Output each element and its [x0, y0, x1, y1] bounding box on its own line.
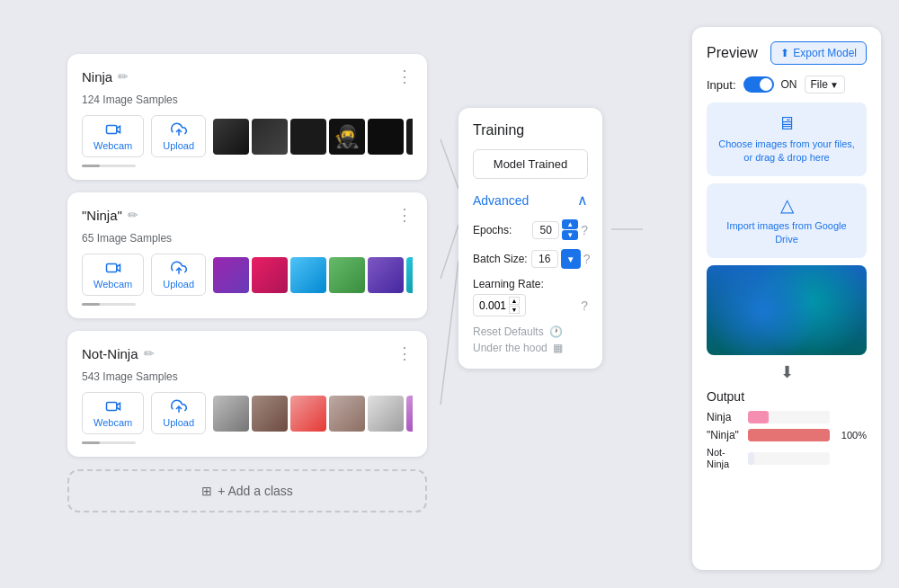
- svg-line-2: [441, 261, 458, 405]
- not-ninja-class-card: Not-Ninja ✏ ⋮ 543 Image Samples Webcam: [67, 331, 427, 457]
- ninja-thumb-1: [213, 119, 249, 155]
- ninja-header: Ninja ✏ ⋮: [82, 67, 413, 86]
- lr-decrement-btn[interactable]: ▼: [509, 306, 520, 314]
- lr-increment-btn[interactable]: ▲: [509, 297, 520, 305]
- learning-rate-section: Learning Rate: 0.001 ▲ ▼ ?: [473, 278, 588, 316]
- add-class-button[interactable]: ⊞ + Add a class: [67, 469, 427, 512]
- epochs-increment-btn[interactable]: ▲: [562, 219, 578, 229]
- svg-marker-8: [116, 264, 120, 272]
- output-title: Output: [707, 389, 867, 404]
- epochs-value[interactable]: 50: [532, 221, 559, 239]
- epochs-help-icon[interactable]: ?: [581, 223, 588, 237]
- svg-line-1: [441, 225, 458, 279]
- ninja-quoted-class-card: "Ninja" ✏ ⋮ 65 Image Samples Webcam U: [67, 192, 427, 318]
- ninja-webcam-btn[interactable]: Webcam: [82, 115, 144, 157]
- nq-thumb-3: [290, 257, 326, 293]
- download-icon: ⬇: [780, 363, 794, 381]
- ninja-quoted-more-icon[interactable]: ⋮: [396, 205, 413, 225]
- advanced-chevron-icon[interactable]: ∧: [577, 192, 588, 209]
- input-row: Input: ON File ▼: [707, 76, 867, 94]
- svg-line-0: [441, 139, 458, 189]
- ninja-title-text: Ninja: [82, 69, 112, 85]
- not-ninja-webcam-btn[interactable]: Webcam: [82, 392, 144, 434]
- ninja-quoted-upload-btn[interactable]: Upload: [151, 254, 206, 296]
- nn-thumb-2: [252, 396, 288, 432]
- svg-marker-5: [116, 126, 120, 133]
- learning-rate-value[interactable]: 0.001: [479, 299, 506, 312]
- drive-zone-icon: △: [717, 194, 856, 216]
- nn-thumb-5: [368, 396, 404, 432]
- under-hood-icon: ▦: [553, 342, 563, 354]
- lr-help-icon[interactable]: ?: [581, 298, 588, 313]
- download-icon-row: ⬇: [707, 362, 867, 382]
- ninja-quoted-webcam-btn[interactable]: Webcam: [82, 254, 144, 296]
- ninja-quoted-scroll-indicator: [82, 303, 136, 306]
- svg-rect-10: [106, 403, 116, 411]
- nn-thumb-6: [406, 396, 413, 432]
- file-dropdown-chevron: ▼: [830, 80, 839, 90]
- ninja-quoted-title-text: "Ninja": [82, 208, 122, 223]
- ninja-scroll-indicator: [82, 165, 136, 167]
- nn-thumb-3: [290, 396, 326, 432]
- output-ninja-bar: [748, 411, 769, 423]
- svg-rect-4: [106, 126, 116, 134]
- nq-thumb-1: [213, 257, 249, 293]
- ninja-quoted-header: "Ninja" ✏ ⋮: [82, 205, 413, 225]
- not-ninja-webcam-label: Webcam: [93, 417, 132, 428]
- not-ninja-title-text: Not-Ninja: [82, 346, 138, 361]
- model-trained-button[interactable]: Model Trained: [473, 149, 588, 179]
- not-ninja-actions: Webcam Upload: [82, 392, 413, 434]
- training-title: Training: [473, 122, 588, 138]
- not-ninja-more-icon[interactable]: ⋮: [396, 343, 413, 363]
- upload-zone-text: Choose images from your files, or drag &…: [717, 138, 856, 165]
- advanced-label[interactable]: Advanced: [473, 193, 529, 208]
- preview-image-content: [707, 265, 867, 355]
- output-ninja-quoted-pct: 100%: [835, 430, 867, 441]
- drive-zone[interactable]: △ Import images from Google Drive: [707, 183, 867, 258]
- ninja-more-icon[interactable]: ⋮: [396, 67, 413, 86]
- export-icon: ⬆: [780, 47, 789, 59]
- nn-thumb-1: [213, 396, 249, 432]
- under-hood-label: Under the hood: [473, 342, 547, 354]
- output-item-ninja-quoted: "Ninja" 100%: [707, 429, 867, 441]
- training-panel: Training Model Trained Advanced ∧ Epochs…: [458, 108, 602, 369]
- reset-defaults-row[interactable]: Reset Defaults 🕐: [473, 325, 588, 338]
- epochs-stepper: ▲ ▼: [562, 219, 578, 240]
- learning-rate-row: 0.001 ▲ ▼ ?: [473, 294, 588, 316]
- advanced-row: Advanced ∧: [473, 192, 588, 209]
- output-not-ninja-bar-container: [748, 452, 830, 465]
- upload-zone[interactable]: 🖥 Choose images from your files, or drag…: [707, 102, 867, 176]
- batch-size-value[interactable]: 16: [531, 250, 558, 268]
- ninja-edit-icon[interactable]: ✏: [118, 69, 129, 84]
- not-ninja-edit-icon[interactable]: ✏: [144, 346, 155, 361]
- batch-size-help-icon[interactable]: ?: [583, 252, 591, 266]
- output-item-ninja: Ninja: [707, 411, 867, 423]
- output-ninja-bar-container: [748, 411, 830, 423]
- batch-size-dropdown-btn[interactable]: ▼: [561, 249, 581, 269]
- batch-size-input-group: 16 ▼ ?: [531, 249, 591, 269]
- input-toggle[interactable]: [743, 76, 774, 93]
- file-dropdown[interactable]: File ▼: [805, 76, 845, 94]
- ninja-title-row: Ninja ✏: [82, 69, 129, 85]
- file-dropdown-label: File: [811, 78, 828, 91]
- epochs-input-group: 50 ▲ ▼ ?: [532, 219, 588, 240]
- nq-thumb-5: [368, 257, 404, 293]
- toggle-knob: [760, 78, 772, 91]
- ninja-images-strip: 🥷: [213, 119, 413, 155]
- epochs-decrement-btn[interactable]: ▼: [562, 230, 578, 240]
- ninja-upload-btn[interactable]: Upload: [151, 115, 206, 157]
- learning-rate-input-group: 0.001 ▲ ▼: [473, 294, 526, 316]
- not-ninja-upload-btn[interactable]: Upload: [151, 392, 206, 434]
- preview-image: [707, 265, 867, 355]
- preview-panel: Preview ⬆ Export Model Input: ON File ▼ …: [692, 27, 881, 570]
- nn-thumb-4: [329, 396, 365, 432]
- nq-thumb-6: [406, 257, 413, 293]
- under-hood-row[interactable]: Under the hood ▦: [473, 342, 588, 354]
- output-ninja-quoted-label: "Ninja": [707, 429, 743, 441]
- output-ninja-quoted-bar-container: [748, 429, 830, 441]
- svg-marker-11: [116, 403, 120, 410]
- export-label: Export Model: [793, 47, 857, 59]
- export-model-button[interactable]: ⬆ Export Model: [770, 41, 867, 65]
- not-ninja-header: Not-Ninja ✏ ⋮: [82, 343, 413, 363]
- ninja-quoted-edit-icon[interactable]: ✏: [128, 208, 138, 222]
